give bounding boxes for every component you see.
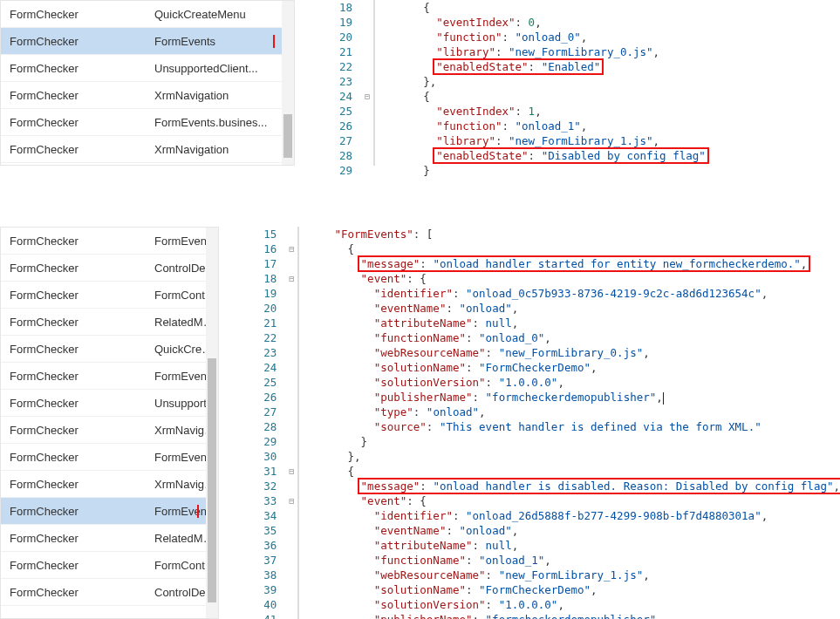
fold-marker[interactable]: ⊟ — [285, 271, 297, 286]
line-number: 35 — [254, 523, 277, 538]
code-line[interactable]: "source": "This event handler is defined… — [308, 419, 840, 434]
code-body[interactable]: "FormEvents": [ { "message": "onload han… — [297, 227, 840, 619]
scrollbar-thumb[interactable] — [283, 114, 292, 158]
code-line[interactable]: "message": "onload handler is disabled. … — [308, 479, 840, 493]
code-line[interactable]: { — [384, 0, 840, 15]
code-line[interactable]: "function": "onload_0", — [384, 30, 840, 44]
list-col-source: FormChecker — [1, 343, 147, 356]
code-line[interactable]: "message": "onload handler started for e… — [308, 256, 840, 271]
fold-marker — [285, 612, 297, 619]
code-line[interactable]: "functionName": "onload_1", — [308, 553, 840, 568]
code-line[interactable]: "function": "onload_1", — [384, 119, 840, 133]
code-line[interactable]: "publisherName": "formcheckerdemopublish… — [308, 390, 840, 405]
code-line[interactable]: "type": "onload", — [308, 405, 840, 419]
list-item[interactable]: FormCheckerQuickCreateMenu — [1, 1, 294, 28]
fold-marker[interactable]: ⊟ — [361, 89, 373, 104]
line-number: 19 — [330, 15, 352, 30]
list-item[interactable]: FormCheckerFormEvents.busines... — [1, 444, 218, 471]
code-line[interactable]: "identifier": "onload_26d5888f-b277-4299… — [308, 508, 840, 523]
code-line[interactable]: "attributeName": null, — [308, 316, 840, 330]
line-number: 24 — [330, 89, 352, 104]
list-item[interactable]: FormCheckerFormEvents.busines... — [1, 228, 218, 255]
code-line[interactable]: "event": { — [308, 493, 840, 508]
fold-marker — [285, 479, 297, 493]
highlight-box — [147, 35, 275, 48]
code-line[interactable]: "solutionVersion": "1.0.0.0", — [308, 597, 840, 612]
list-item[interactable]: FormCheckerRelatedMenu — [1, 525, 218, 552]
code-line[interactable]: }, — [384, 74, 840, 89]
list-col-source: FormChecker — [1, 89, 147, 102]
list-item[interactable]: FormCheckerFormEvents.busines... — [1, 109, 294, 136]
code-line[interactable]: } — [384, 163, 840, 178]
scrollbar-thumb[interactable] — [208, 358, 216, 602]
fold-marker — [285, 508, 297, 523]
code-line[interactable]: "solutionVersion": "1.0.0.0", — [308, 375, 840, 390]
code-line[interactable]: "FormEvents": [ — [308, 227, 840, 241]
list-item[interactable]: FormCheckerFormControls — [1, 282, 218, 309]
code-line[interactable]: "solutionName": "FormCheckerDemo", — [308, 582, 840, 597]
line-number: 23 — [254, 345, 277, 360]
code-line[interactable]: } — [308, 434, 840, 449]
list-item[interactable]: FormCheckerUnsupportedClient... — [1, 390, 218, 417]
list-item[interactable]: FormCheckerFormEvents — [1, 28, 294, 55]
list-item[interactable]: FormCheckerControlDefaultValue — [1, 255, 218, 282]
top-panel: FormCheckerQuickCreateMenuFormCheckerFor… — [0, 0, 840, 166]
code-line[interactable]: "eventName": "onload", — [308, 301, 840, 316]
list-item[interactable]: FormCheckerXrmNavigation — [1, 136, 294, 163]
code-line[interactable]: "event": { — [308, 271, 840, 286]
line-number: 38 — [254, 568, 277, 582]
list-scrollbar[interactable] — [206, 228, 218, 618]
fold-marker — [361, 74, 373, 89]
code-line[interactable]: }, — [308, 449, 840, 464]
code-line[interactable]: { — [308, 464, 840, 479]
event-list-top[interactable]: FormCheckerQuickCreateMenuFormCheckerFor… — [0, 0, 295, 166]
code-line[interactable]: { — [308, 241, 840, 256]
code-line[interactable]: "webResourceName": "new_FormLibrary_0.js… — [308, 345, 840, 360]
list-item[interactable]: FormCheckerFormControls — [1, 552, 218, 579]
list-item[interactable]: FormCheckerQuickCreateMenu — [1, 336, 218, 363]
fold-marker — [285, 582, 297, 597]
fold-gutter[interactable]: ⊟⊟⊟⊟ — [285, 227, 297, 619]
line-number: 22 — [330, 59, 352, 74]
code-line[interactable]: { — [384, 89, 840, 104]
list-col-event: QuickCreateMenu — [147, 8, 294, 21]
code-line[interactable]: "eventIndex": 0, — [384, 15, 840, 30]
code-line[interactable]: "functionName": "onload_0", — [308, 330, 840, 345]
line-number: 37 — [254, 553, 277, 568]
fold-marker[interactable]: ⊟ — [285, 493, 297, 508]
list-item[interactable]: FormCheckerXrmNavigation — [1, 471, 218, 498]
list-item[interactable]: FormCheckerFormEvents.onload — [1, 498, 218, 525]
list-item[interactable]: FormCheckerControlDefaultValue — [1, 579, 218, 606]
list-item[interactable]: FormCheckerXrmNavigation — [1, 82, 294, 109]
code-editor-top[interactable]: 181920212223242526272829 ⊟ { "eventIndex… — [295, 0, 840, 166]
code-line[interactable]: "library": "new_FormLibrary_1.js", — [384, 133, 840, 148]
code-line[interactable]: "enabledState": "Disabled by config flag… — [384, 148, 840, 163]
code-line[interactable]: "eventIndex": 1, — [384, 104, 840, 119]
list-col-source: FormChecker — [1, 370, 147, 383]
fold-gutter[interactable]: ⊟ — [361, 0, 373, 166]
fold-marker — [361, 59, 373, 74]
fold-marker[interactable]: ⊟ — [285, 464, 297, 479]
code-line[interactable]: "webResourceName": "new_FormLibrary_1.js… — [308, 568, 840, 582]
list-item[interactable]: FormCheckerXrmNavigation — [1, 417, 218, 444]
code-line[interactable]: "enabledState": "Enabled" — [384, 59, 840, 74]
code-editor-bottom[interactable]: 1516171819202122232425262728293031323334… — [219, 227, 840, 619]
fold-marker[interactable]: ⊟ — [285, 241, 297, 256]
list-scrollbar[interactable] — [282, 1, 294, 165]
list-item[interactable]: FormCheckerFormEvents — [1, 363, 218, 390]
code-line[interactable]: "solutionName": "FormCheckerDemo", — [308, 360, 840, 375]
list-col-event: FormEvents.busines... — [147, 116, 294, 129]
list-item[interactable]: FormCheckerRelatedMenu — [1, 309, 218, 336]
line-number: 26 — [330, 119, 352, 133]
code-body[interactable]: { "eventIndex": 0, "function": "onload_0… — [373, 0, 840, 166]
fold-marker — [285, 434, 297, 449]
code-line[interactable]: "eventName": "onload", — [308, 523, 840, 538]
event-list-bottom[interactable]: FormCheckerFormEvents.busines...FormChec… — [0, 227, 219, 619]
line-number: 21 — [254, 316, 277, 330]
list-item[interactable]: FormCheckerUnsupportedClient... — [1, 55, 294, 82]
list-col-source: FormChecker — [1, 505, 147, 518]
code-line[interactable]: "identifier": "onload_0c57b933-8736-4219… — [308, 286, 840, 301]
code-line[interactable]: "library": "new_FormLibrary_0.js", — [384, 44, 840, 59]
code-line[interactable]: "publisherName": "formcheckerdemopublish… — [308, 612, 840, 619]
code-line[interactable]: "attributeName": null, — [308, 538, 840, 553]
